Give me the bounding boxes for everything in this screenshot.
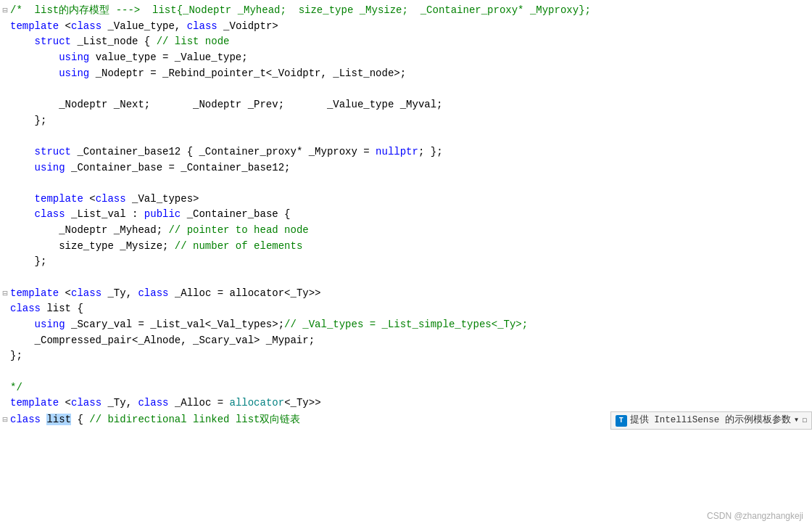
line-text: */ bbox=[10, 380, 812, 396]
line-text: /* list的内存模型 ---> list{_Nodeptr _Myhead;… bbox=[10, 3, 812, 19]
fold-indicator[interactable]: ⊟ bbox=[0, 193, 10, 207]
fold-indicator[interactable]: ⊟ bbox=[0, 20, 10, 34]
code-line: ⊟ _Nodeptr _Myhead; // pointer to head n… bbox=[0, 223, 812, 239]
fold-indicator[interactable]: ⊟ bbox=[0, 52, 10, 65]
line-text: template <class _Value_type, class _Void… bbox=[10, 19, 812, 35]
code-line: ⊟class list { // bidirectional linked li… bbox=[0, 411, 812, 430]
line-text: _Nodeptr _Myhead; // pointer to head nod… bbox=[10, 223, 812, 239]
code-line: ⊟ bbox=[0, 364, 812, 380]
line-text: class list { // bidirectional linked lis… bbox=[10, 412, 605, 428]
fold-indicator[interactable]: ⊟ bbox=[0, 350, 10, 364]
fold-indicator[interactable]: ⊟ bbox=[0, 397, 10, 411]
code-line: ⊟ using _Nodeptr = _Rebind_pointer_t<_Vo… bbox=[0, 66, 812, 82]
fold-indicator[interactable]: ⊟ bbox=[0, 146, 10, 160]
intellisense-arrow[interactable]: ▾ bbox=[794, 414, 800, 427]
intellisense-popup[interactable]: T提供 IntelliSense 的示例模板参数 ▾ ☐ bbox=[610, 411, 812, 430]
fold-indicator[interactable]: ⊟ bbox=[0, 128, 10, 142]
line-text: class _List_val : public _Container_base… bbox=[10, 207, 812, 223]
fold-indicator[interactable]: ⊟ bbox=[0, 4, 10, 18]
code-line: ⊟template <class _Ty, class _Alloc = all… bbox=[0, 395, 812, 411]
code-line: ⊟ class _List_val : public _Container_ba… bbox=[0, 207, 812, 223]
fold-indicator[interactable]: ⊟ bbox=[0, 255, 10, 269]
code-line: ⊟ using _Container_base = _Container_bas… bbox=[0, 160, 812, 176]
code-line: ⊟ using value_type = _Value_type; bbox=[0, 50, 812, 66]
code-line: ⊟ template <class _Val_types> bbox=[0, 192, 812, 208]
fold-indicator[interactable]: ⊟ bbox=[0, 287, 10, 301]
line-text: class list { bbox=[10, 301, 812, 317]
fold-indicator[interactable]: ⊟ bbox=[0, 414, 10, 427]
fold-indicator[interactable]: ⊟ bbox=[0, 224, 10, 238]
line-text: using _Container_base = _Container_base1… bbox=[10, 160, 812, 176]
line-text: }; bbox=[10, 348, 812, 364]
fold-indicator[interactable]: ⊟ bbox=[0, 36, 10, 49]
code-line: ⊟template <class _Ty, class _Alloc = all… bbox=[0, 286, 812, 302]
code-line: ⊟ using _Scary_val = _List_val<_Val_type… bbox=[0, 317, 812, 333]
code-line: ⊟ _Compressed_pair<_Alnode, _Scary_val> … bbox=[0, 333, 812, 349]
fold-indicator[interactable]: ⊟ bbox=[0, 364, 10, 378]
code-line: ⊟ size_type _Mysize; // number of elemen… bbox=[0, 239, 812, 255]
line-text: using _Scary_val = _List_val<_Val_types>… bbox=[10, 317, 812, 333]
fold-indicator[interactable]: ⊟ bbox=[0, 240, 10, 254]
code-line: ⊟}; bbox=[0, 348, 812, 364]
code-line: ⊟template <class _Value_type, class _Voi… bbox=[0, 19, 812, 35]
line-text: _Compressed_pair<_Alnode, _Scary_val> _M… bbox=[10, 333, 812, 349]
fold-indicator[interactable]: ⊟ bbox=[0, 319, 10, 332]
code-line: ⊟ bbox=[0, 176, 812, 192]
fold-indicator[interactable]: ⊟ bbox=[0, 81, 10, 95]
intellisense-text: 提供 IntelliSense 的示例模板参数 bbox=[630, 414, 791, 427]
watermark: CSDN @zhangzhangkeji bbox=[707, 509, 803, 523]
line-text: _Nodeptr _Next; _Nodeptr _Prev; _Value_t… bbox=[10, 97, 812, 113]
code-content: ⊟/* list的内存模型 ---> list{_Nodeptr _Myhead… bbox=[0, 0, 812, 432]
fold-indicator[interactable]: ⊟ bbox=[0, 99, 10, 112]
code-line: ⊟*/ bbox=[0, 380, 812, 396]
fold-indicator[interactable]: ⊟ bbox=[0, 335, 10, 348]
line-text: size_type _Mysize; // number of elements bbox=[10, 239, 812, 255]
code-line: ⊟ }; bbox=[0, 254, 812, 270]
code-line: ⊟ _Nodeptr _Next; _Nodeptr _Prev; _Value… bbox=[0, 97, 812, 113]
line-text: using _Nodeptr = _Rebind_pointer_t<_Void… bbox=[10, 66, 812, 82]
line-text: struct _List_node { // list node bbox=[10, 34, 812, 50]
code-line: ⊟class list { bbox=[0, 301, 812, 317]
code-line: ⊟ bbox=[0, 81, 812, 97]
fold-indicator[interactable]: ⊟ bbox=[0, 67, 10, 81]
code-line: ⊟ }; bbox=[0, 113, 812, 129]
line-text: }; bbox=[10, 254, 812, 270]
fold-indicator[interactable]: ⊟ bbox=[0, 208, 10, 222]
code-line: ⊟ struct _List_node { // list node bbox=[0, 34, 812, 50]
code-line: ⊟/* list的内存模型 ---> list{_Nodeptr _Myhead… bbox=[0, 3, 812, 19]
line-text: struct _Container_base12 { _Container_pr… bbox=[10, 144, 812, 160]
line-text: template <class _Ty, class _Alloc = allo… bbox=[10, 395, 812, 411]
code-line: ⊟ bbox=[0, 270, 812, 286]
line-text: }; bbox=[10, 113, 812, 129]
fold-indicator[interactable]: ⊟ bbox=[0, 176, 10, 189]
fold-indicator[interactable]: ⊟ bbox=[0, 382, 10, 395]
code-line: ⊟ bbox=[0, 128, 812, 144]
fold-indicator[interactable]: ⊟ bbox=[0, 115, 10, 128]
code-line: ⊟ struct _Container_base12 { _Container_… bbox=[0, 144, 812, 160]
fold-indicator[interactable]: ⊟ bbox=[0, 303, 10, 316]
code-editor: ⊟/* list的内存模型 ---> list{_Nodeptr _Myhead… bbox=[0, 0, 812, 529]
fold-indicator[interactable]: ⊟ bbox=[0, 162, 10, 176]
line-text: template <class _Ty, class _Alloc = allo… bbox=[10, 286, 812, 302]
line-text: using value_type = _Value_type; bbox=[10, 50, 812, 66]
intellisense-close-icon[interactable]: ☐ bbox=[802, 414, 807, 427]
fold-indicator[interactable]: ⊟ bbox=[0, 270, 10, 284]
line-text: template <class _Val_types> bbox=[10, 192, 812, 208]
intellisense-icon: T bbox=[616, 415, 627, 427]
